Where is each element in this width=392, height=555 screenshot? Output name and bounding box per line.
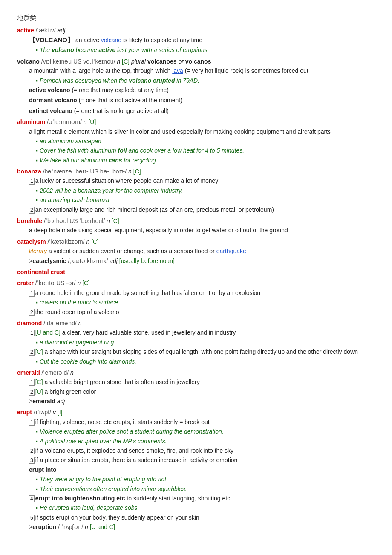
example-bonanza-1: 2002 will be a bonanza year for the comp… xyxy=(36,186,375,195)
headword-borehole: borehole xyxy=(17,217,42,224)
example-erupt-into-1: They were angry to the point of erupting… xyxy=(36,474,375,484)
entry-erupt: erupt /ɪˈrʌpt/ v [I] 1if fighting, viole… xyxy=(17,408,375,532)
page-container: 地质类 active /ˈæktɪv/ adj 【VOLCANO】 an act… xyxy=(17,13,375,532)
headword-volcano: volcano xyxy=(17,58,40,65)
headword-bonanza: bonanza xyxy=(17,168,41,175)
headword-continental-crust: continental crust xyxy=(17,269,65,275)
entry-aluminum: aluminum /əˈluːmɪnəm/ n [U] a light meta… xyxy=(17,117,375,165)
headword-emerald: emerald xyxy=(17,369,40,376)
example-diamond-1: a diamond engagement ring xyxy=(36,338,375,347)
example-erupt-2: A political row erupted over the MP's co… xyxy=(36,436,375,446)
bracket-volcano: 【VOLCANO】 xyxy=(29,36,74,43)
example-erupt-into-2: Their conversations often erupted into m… xyxy=(36,484,375,494)
entry-volcano: volcano /vɒlˈkeɪnəu US vɑːlˈkeɪnou/ n [C… xyxy=(17,57,375,116)
entry-crater: crater /ˈkreɪtə US -ər/ n [C] 1a round h… xyxy=(17,278,375,317)
headword-active: active xyxy=(17,27,34,34)
headword-aluminum: aluminum xyxy=(17,119,45,125)
literary-label: literary xyxy=(29,248,47,254)
entry-emerald: emerald /ˈemerəld/ n 1[C] a valuable bri… xyxy=(17,368,375,406)
link-volcano-active[interactable]: volcano xyxy=(101,37,121,43)
headword-erupt: erupt xyxy=(17,409,32,416)
category-title: 地质类 xyxy=(17,13,375,23)
link-earthquake[interactable]: earthquake xyxy=(216,248,246,254)
phonetic-volcano: /vɒlˈkeɪnəu US vɑːlˈkeɪnou/ xyxy=(41,58,117,65)
phonetic-active: /ˈæktɪv/ xyxy=(36,27,58,34)
entry-continental-crust: continental crust xyxy=(17,267,375,277)
example-crater-1: craters on the moon's surface xyxy=(36,298,375,307)
pos-active: adj xyxy=(58,27,66,34)
entry-active: active /ˈæktɪv/ adj 【VOLCANO】 an active … xyxy=(17,26,375,55)
entry-diamond: diamond /ˈdaɪəmənd/ n 1[U and C] a clear… xyxy=(17,318,375,366)
example-erupt-laugh: He erupted into loud, desperate sobs. xyxy=(36,503,375,512)
example-active: The volcano became active last year with… xyxy=(36,45,375,55)
example-bonanza-2: an amazing cash bonanza xyxy=(36,195,375,205)
entry-bonanza: bonanza /bəˈnænzə, bəʊ- US bə-, boʊ-/ n … xyxy=(17,167,375,214)
entry-cataclysm: cataclysm /ˈkætəklɪzəm/ n [C] literary a… xyxy=(17,237,375,266)
headword-cataclysm: cataclysm xyxy=(17,238,46,245)
example-diamond-2: Cut the cookie dough into diamonds. xyxy=(36,357,375,366)
headword-crater: crater xyxy=(17,280,34,286)
example-volcano: Pompeii was destroyed when the volcano e… xyxy=(36,76,375,85)
example-erupt-1: Violence erupted after police shot a stu… xyxy=(36,427,375,436)
entry-borehole: borehole /ˈbɔːhəul US ˈboːrhoul/ n [C] a… xyxy=(17,216,375,235)
example-aluminum-1: an aluminum saucepan xyxy=(36,136,375,146)
link-lava[interactable]: lava xyxy=(172,67,183,74)
example-aluminum-3: We take all our aluminum cans for recycl… xyxy=(36,156,375,165)
example-aluminum-2: Cover the fish with aluminum foil and co… xyxy=(36,146,375,155)
headword-diamond: diamond xyxy=(17,320,42,327)
